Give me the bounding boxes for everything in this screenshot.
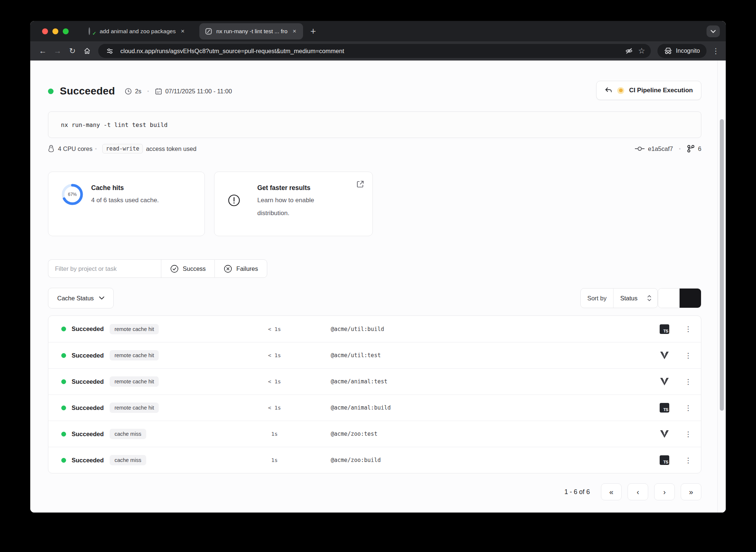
incognito-label: Incognito bbox=[676, 48, 700, 54]
ci-pipeline-execution-button[interactable]: CI Pipeline Execution bbox=[596, 81, 701, 100]
task-menu-button[interactable]: ⋮ bbox=[685, 325, 691, 333]
reload-button[interactable]: ↻ bbox=[65, 44, 80, 58]
url-text[interactable]: cloud.nx.app/runs/agsvEHsQc8?utm_source=… bbox=[120, 48, 623, 55]
sort-by-label: Sort by bbox=[581, 289, 614, 308]
failures-filter-label: Failures bbox=[236, 265, 258, 272]
bookmark-star-icon[interactable]: ☆ bbox=[635, 45, 648, 57]
cache-status-chip: cache miss bbox=[110, 429, 146, 439]
cpu-cores-text: 4 CPU cores bbox=[58, 145, 93, 152]
back-button[interactable]: ← bbox=[35, 44, 50, 58]
nx-cloud-icon bbox=[205, 28, 212, 35]
success-filter-label: Success bbox=[183, 265, 206, 272]
get-faster-results-card[interactable]: Get faster results Learn how to enable d… bbox=[214, 172, 373, 236]
close-tab-icon[interactable]: × bbox=[292, 28, 297, 35]
vitest-icon bbox=[660, 429, 669, 439]
vitest-icon bbox=[660, 351, 669, 360]
task-duration: < 1s bbox=[255, 379, 294, 384]
cache-percent-label: 67% bbox=[61, 183, 84, 206]
scrollbar-track[interactable] bbox=[717, 61, 726, 513]
typescript-icon: TS bbox=[660, 324, 669, 334]
table-row[interactable]: Succeeded cache miss 1s @acme/zoo:build … bbox=[48, 447, 701, 473]
commit-icon bbox=[635, 146, 645, 152]
table-row[interactable]: Succeeded remote cache hit < 1s @acme/ut… bbox=[48, 342, 701, 368]
task-name[interactable]: @acme/animal:build bbox=[331, 404, 660, 411]
alert-circle-icon bbox=[228, 194, 240, 207]
branch-count-text[interactable]: 6 bbox=[698, 145, 701, 152]
previous-page-button[interactable]: ‹ bbox=[628, 483, 648, 500]
command-box: nx run-many -t lint test build bbox=[48, 111, 701, 138]
filter-bar: Success Failures bbox=[48, 259, 267, 278]
page-title: Succeeded bbox=[60, 85, 115, 97]
task-list: Succeeded remote cache hit < 1s @acme/ut… bbox=[48, 315, 701, 473]
task-status-label: Succeeded bbox=[72, 352, 104, 359]
sort-field-select[interactable]: Status bbox=[614, 289, 657, 308]
minimize-window-button[interactable] bbox=[52, 28, 58, 34]
calendar-icon bbox=[155, 88, 162, 95]
first-page-button[interactable]: « bbox=[601, 483, 622, 500]
task-menu-button[interactable]: ⋮ bbox=[685, 351, 691, 360]
task-menu-button[interactable]: ⋮ bbox=[685, 430, 691, 438]
home-icon bbox=[83, 47, 91, 55]
scrollbar-thumb[interactable] bbox=[720, 119, 724, 411]
failures-filter-button[interactable]: Failures bbox=[214, 259, 267, 278]
cache-status-chip: remote cache hit bbox=[110, 350, 159, 360]
tab-label: nx run-many -t lint test ... fro bbox=[216, 28, 288, 35]
next-page-button[interactable]: › bbox=[654, 483, 675, 500]
git-branch-icon bbox=[687, 145, 695, 153]
task-name[interactable]: @acme/zoo:build bbox=[331, 457, 660, 463]
cache-status-dropdown[interactable]: Cache Status bbox=[48, 288, 114, 308]
tab-strip: ✓ add animal and zoo packages × nx run-m… bbox=[30, 21, 726, 41]
run-meta-row: 4 CPU cores • read-write access token us… bbox=[48, 143, 701, 154]
cache-status-chip: remote cache hit bbox=[110, 324, 159, 334]
task-menu-button[interactable]: ⋮ bbox=[685, 456, 691, 465]
new-tab-button[interactable]: + bbox=[310, 25, 316, 37]
task-status-label: Succeeded bbox=[72, 431, 104, 438]
close-window-button[interactable] bbox=[42, 28, 48, 34]
task-status-label: Succeeded bbox=[72, 457, 104, 464]
task-menu-button[interactable]: ⋮ bbox=[685, 377, 691, 386]
cache-status-label: Cache Status bbox=[57, 295, 94, 302]
tab-nx-run-active[interactable]: nx run-many -t lint test ... fro × bbox=[199, 23, 303, 39]
separator-dot: • bbox=[95, 146, 97, 152]
home-button[interactable] bbox=[80, 44, 94, 58]
task-name[interactable]: @acme/animal:test bbox=[331, 378, 660, 385]
task-status-dot bbox=[61, 432, 66, 437]
close-tab-icon[interactable]: × bbox=[180, 28, 185, 35]
task-duration: < 1s bbox=[255, 405, 294, 411]
filter-input[interactable] bbox=[48, 259, 161, 278]
distribution-line1: Learn how to enable bbox=[257, 197, 314, 204]
pipeline-button-label: CI Pipeline Execution bbox=[629, 87, 693, 94]
sort-control: Sort by Status bbox=[580, 288, 658, 308]
site-settings-icon[interactable] bbox=[103, 45, 116, 57]
password-eye-off-icon[interactable] bbox=[623, 45, 635, 57]
check-circle-icon bbox=[170, 265, 179, 273]
forward-button[interactable]: → bbox=[50, 44, 65, 58]
table-row[interactable]: Succeeded remote cache hit < 1s @acme/an… bbox=[48, 368, 701, 394]
tab-search-button[interactable] bbox=[707, 25, 720, 37]
task-duration: 1s bbox=[255, 431, 294, 437]
success-filter-button[interactable]: Success bbox=[161, 259, 214, 278]
table-row[interactable]: Succeeded cache miss 1s @acme/zoo:test T… bbox=[48, 421, 701, 447]
task-status-dot bbox=[61, 379, 66, 384]
pipeline-status-dot bbox=[617, 87, 624, 94]
task-menu-button[interactable]: ⋮ bbox=[685, 404, 691, 412]
browser-menu-button[interactable]: ⋮ bbox=[711, 46, 721, 55]
table-row[interactable]: Succeeded remote cache hit < 1s @acme/ut… bbox=[48, 316, 701, 342]
clock-icon bbox=[125, 88, 132, 95]
tab-github-pr[interactable]: ✓ add animal and zoo packages × bbox=[83, 23, 191, 39]
linux-penguin-icon bbox=[48, 145, 54, 152]
separator-dot: • bbox=[679, 146, 681, 152]
incognito-badge: Incognito bbox=[657, 44, 707, 58]
access-token-chip: read-write bbox=[102, 144, 143, 153]
task-name[interactable]: @acme/zoo:test bbox=[331, 431, 660, 437]
task-name[interactable]: @acme/util:build bbox=[331, 326, 660, 332]
commit-sha-text[interactable]: e1a5caf7 bbox=[648, 145, 673, 152]
address-bar[interactable]: cloud.nx.app/runs/agsvEHsQc8?utm_source=… bbox=[98, 44, 651, 58]
table-row[interactable]: Succeeded remote cache hit < 1s @acme/an… bbox=[48, 394, 701, 421]
maximize-window-button[interactable] bbox=[63, 28, 69, 34]
task-name[interactable]: @acme/util:test bbox=[331, 352, 660, 359]
sort-ascending-button[interactable] bbox=[658, 289, 680, 308]
sort-descending-button[interactable] bbox=[680, 289, 701, 308]
task-status-label: Succeeded bbox=[72, 325, 104, 332]
last-page-button[interactable]: » bbox=[681, 483, 701, 500]
